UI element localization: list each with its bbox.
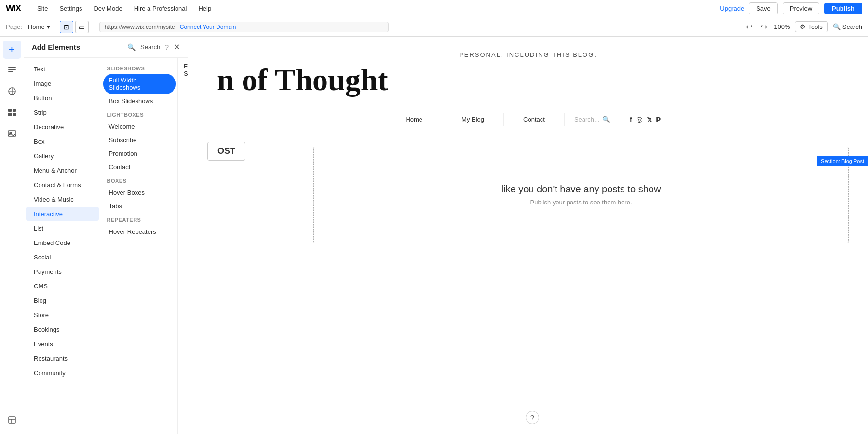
twitter-icon[interactable]: 𝕏 (647, 116, 652, 123)
add-elements-panel: Add Elements 🔍 Search ? ✕ Text Image But… (24, 37, 188, 434)
category-item-gallery[interactable]: Gallery (26, 149, 99, 163)
sub-item-box-slideshows[interactable]: Box Slideshows (103, 95, 176, 108)
category-item-list[interactable]: List (26, 221, 99, 235)
sub-item-hover-repeaters[interactable]: Hover Repeaters (103, 225, 176, 238)
topbar: WIX Site Settings Dev Mode Hire a Profes… (0, 0, 868, 17)
desktop-view-button[interactable]: ⊡ (60, 21, 73, 33)
category-item-embed-code[interactable]: Embed Code (26, 236, 99, 250)
main-layout: + Add Ele (0, 37, 868, 434)
blog-nav-contact[interactable]: Contact (504, 113, 565, 126)
sub-section-slideshows: SLIDESHOWS (101, 62, 178, 73)
category-item-contact-forms[interactable]: Contact & Forms (26, 178, 99, 192)
tools-button[interactable]: ⚙ Tools (795, 21, 827, 32)
category-item-community[interactable]: Community (26, 366, 99, 380)
svg-rect-0 (8, 67, 16, 68)
preview-button[interactable]: Preview (783, 2, 819, 14)
sidebar-item-pages[interactable] (3, 62, 21, 80)
sub-item-tabs[interactable]: Tabs (103, 200, 176, 213)
category-item-restaurants[interactable]: Restaurants (26, 352, 99, 366)
upgrade-button[interactable]: Upgrade (720, 5, 744, 12)
svg-rect-1 (8, 69, 16, 70)
sub-item-contact[interactable]: Contact (103, 161, 176, 174)
topbar-right: Upgrade Save Preview Publish (720, 2, 862, 14)
save-button[interactable]: Save (749, 2, 778, 14)
mobile-view-button[interactable]: ▭ (75, 21, 89, 33)
svg-rect-4 (8, 108, 12, 112)
instagram-icon[interactable]: ◎ (636, 115, 643, 124)
category-item-strip[interactable]: Strip (26, 106, 99, 120)
sub-category-list: SLIDESHOWS Full Width Slideshows Box Sli… (101, 58, 178, 434)
search-button[interactable]: 🔍 Search (833, 23, 862, 30)
publish-button[interactable]: Publish (824, 3, 862, 14)
topbar-nav-site[interactable]: Site (32, 3, 53, 14)
zoom-level: 100% (774, 23, 790, 30)
facebook-icon[interactable]: f (630, 116, 632, 123)
panel-help-icon[interactable]: ? (165, 43, 169, 51)
sidebar-item-media[interactable] (3, 125, 21, 144)
icon-sidebar: + (0, 37, 24, 434)
post-title-pill: OST (207, 142, 245, 161)
sub-item-hover-boxes[interactable]: Hover Boxes (103, 186, 176, 199)
category-item-interactive[interactable]: Interactive (26, 207, 99, 221)
pinterest-icon[interactable]: 𝗣 (656, 116, 661, 123)
panel-search-icon[interactable]: 🔍 (127, 43, 136, 51)
topbar-nav-hire[interactable]: Hire a Professional (129, 3, 192, 14)
category-item-decorative[interactable]: Decorative (26, 120, 99, 134)
my-elements-icon (7, 415, 17, 427)
category-item-payments[interactable]: Payments (26, 265, 99, 279)
topbar-nav-help[interactable]: Help (193, 3, 216, 14)
page-name: Home (28, 23, 45, 30)
mobile-icon: ▭ (79, 23, 85, 31)
page-selector[interactable]: Home ▾ (28, 23, 50, 30)
category-item-video-music[interactable]: Video & Music (26, 192, 99, 206)
category-item-bookings[interactable]: Bookings (26, 323, 99, 337)
url-text: https://www.wix.com/mysite (105, 24, 175, 30)
device-buttons: ⊡ ▭ (60, 21, 89, 33)
blog-nav-search[interactable]: Search... 🔍 (565, 113, 620, 126)
sidebar-item-my-elements[interactable] (3, 412, 21, 430)
blog-nav-home[interactable]: Home (386, 113, 442, 126)
url-bar: https://www.wix.com/mysite Connect Your … (99, 22, 389, 32)
sidebar-item-design[interactable] (3, 83, 21, 101)
category-item-social[interactable]: Social (26, 250, 99, 264)
blog-empty-subtitle: Publish your posts to see them here. (530, 199, 632, 206)
svg-rect-10 (9, 417, 15, 423)
redo-button[interactable]: ↪ (759, 21, 769, 32)
sidebar-item-apps[interactable] (3, 104, 21, 122)
blog-nav-myblog[interactable]: My Blog (442, 113, 504, 126)
category-item-menu-anchor[interactable]: Menu & Anchor (26, 163, 99, 177)
category-item-blog[interactable]: Blog (26, 294, 99, 308)
category-item-events[interactable]: Events (26, 337, 99, 351)
panel-header: Add Elements 🔍 Search ? ✕ (24, 37, 188, 58)
media-icon (7, 129, 17, 141)
panel-search-text[interactable]: Search (140, 43, 160, 51)
wix-logo: WIX (6, 3, 21, 14)
sub-item-full-width[interactable]: Full Width Slideshows (103, 74, 176, 94)
tools-icon: ⚙ (800, 23, 806, 30)
svg-rect-5 (13, 108, 16, 112)
sub-item-promotion[interactable]: Promotion (103, 147, 176, 160)
category-item-button[interactable]: Button (26, 91, 99, 105)
category-item-store[interactable]: Store (26, 308, 99, 322)
connect-domain-link[interactable]: Connect Your Domain (180, 24, 236, 30)
sub-item-welcome[interactable]: Welcome (103, 120, 176, 133)
sub-section-boxes: BOXES (101, 174, 178, 186)
canvas-area: PERSONAL. INCLUDING THIS BLOG. n of Thou… (188, 37, 868, 434)
desktop-icon: ⊡ (64, 23, 69, 31)
category-list: Text Image Button Strip Decorative Box G… (24, 58, 101, 434)
category-item-text[interactable]: Text (26, 62, 99, 76)
category-item-image[interactable]: Image (26, 77, 99, 91)
svg-rect-8 (8, 131, 16, 136)
topbar-nav-devmode[interactable]: Dev Mode (89, 3, 127, 14)
topbar-nav-settings[interactable]: Settings (54, 3, 87, 14)
category-item-box[interactable]: Box (26, 135, 99, 149)
help-bubble[interactable]: ? (526, 411, 539, 424)
sub-item-subscribe[interactable]: Subscribe (103, 134, 176, 147)
sub-section-repeaters: REPEATERS (101, 213, 178, 225)
apps-icon (7, 108, 17, 120)
blog-search-icon[interactable]: 🔍 (602, 116, 610, 123)
undo-button[interactable]: ↩ (744, 21, 754, 32)
sidebar-item-add[interactable]: + (3, 41, 21, 59)
panel-close-icon[interactable]: ✕ (174, 42, 180, 52)
category-item-cms[interactable]: CMS (26, 279, 99, 293)
